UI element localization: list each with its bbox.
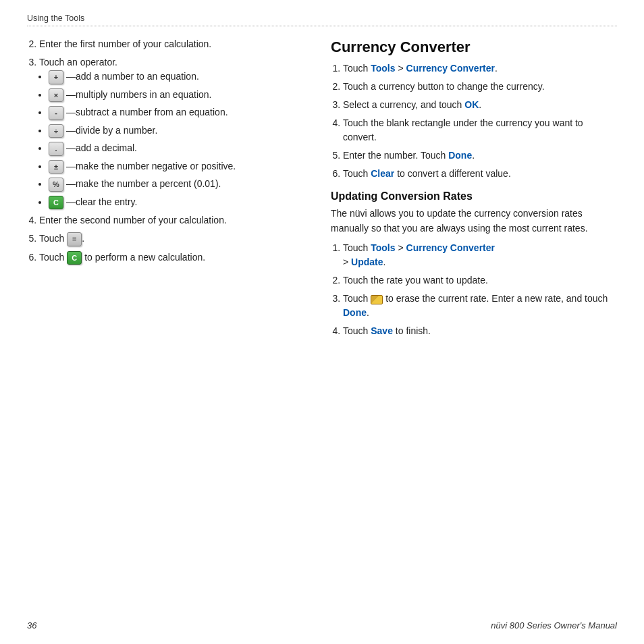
done-link: Done	[448, 150, 472, 161]
percent-button: %	[49, 178, 63, 192]
list-item: Touch the rate you want to update.	[343, 273, 617, 288]
operator-item: C —clear the entry.	[49, 195, 311, 210]
manual-title: nüvi 800 Series Owner's Manual	[491, 620, 617, 630]
operator-item: ± —make the number negative or positive.	[49, 159, 311, 174]
currency-converter-steps: Touch Tools > Currency Converter. Touch …	[343, 61, 617, 181]
list-item: Enter the number. Touch Done.	[343, 149, 617, 163]
page-container: Using the Tools Enter the first number o…	[0, 0, 644, 644]
two-column-layout: Enter the first number of your calculati…	[27, 37, 617, 345]
tools-link: Tools	[371, 63, 395, 74]
page-number: 36	[27, 620, 36, 630]
save-link: Save	[371, 325, 393, 336]
list-item: Touch =.	[39, 232, 311, 246]
list-item: Touch a currency button to change the cu…	[343, 80, 617, 94]
left-column: Enter the first number of your calculati…	[27, 37, 311, 345]
operator-item: + —add a number to an equation.	[49, 70, 311, 84]
clear-button-2: C	[67, 251, 82, 265]
operator-item: % —make the number a percent (0.01).	[49, 177, 311, 192]
list-item: Touch Tools > Currency Converter > Updat…	[343, 241, 617, 269]
list-item: Enter the first number of your calculati…	[39, 37, 311, 51]
update-link: Update	[351, 257, 383, 267]
list-item: Touch Tools > Currency Converter.	[343, 61, 617, 76]
left-list: Enter the first number of your calculati…	[39, 37, 311, 265]
equals-button: =	[67, 232, 82, 246]
list-item: Touch to erase the current rate. Enter a…	[343, 292, 617, 320]
done-link-2: Done	[343, 307, 367, 318]
plusminus-button: ±	[49, 160, 63, 174]
operator-list: + —add a number to an equation. × —multi…	[49, 70, 311, 209]
clear-link: Clear	[371, 168, 394, 179]
page-header: Using the Tools	[27, 12, 617, 26]
decimal-button: .	[49, 142, 63, 156]
operator-item: - —subtract a number from an equation.	[49, 105, 311, 120]
list-item: Enter the second number of your calculat…	[39, 213, 311, 227]
list-item: Touch C to perform a new calculation.	[39, 250, 311, 265]
list-item: Touch Save to finish.	[343, 324, 617, 338]
tools-link-2: Tools	[371, 242, 395, 253]
operator-item: . —add a decimal.	[49, 141, 311, 156]
breadcrumb: Using the Tools	[27, 14, 84, 23]
ok-link: OK	[464, 99, 479, 110]
operator-item: ÷ —divide by a number.	[49, 124, 311, 138]
subtract-button: -	[49, 106, 63, 120]
divide-button: ÷	[49, 124, 63, 138]
updating-conversion-rates-heading: Updating Conversion Rates	[331, 190, 617, 203]
eraser-icon	[371, 295, 383, 304]
updating-body-text: The nüvi allows you to update the curren…	[331, 207, 617, 236]
list-item: Touch the blank rectangle under the curr…	[343, 116, 617, 144]
plus-button: +	[49, 70, 63, 84]
right-column: Currency Converter Touch Tools > Currenc…	[331, 37, 617, 345]
currency-converter-heading: Currency Converter	[331, 38, 617, 56]
list-item: Touch an operator. + —add a number to an…	[39, 55, 311, 209]
updating-steps: Touch Tools > Currency Converter > Updat…	[343, 241, 617, 338]
currency-converter-link-2: Currency Converter	[406, 242, 495, 253]
currency-converter-link: Currency Converter	[406, 63, 495, 74]
operator-item: × —multiply numbers in an equation.	[49, 88, 311, 103]
list-item: Touch Clear to convert a different value…	[343, 167, 617, 181]
multiply-button: ×	[49, 88, 63, 103]
page-footer: 36 nüvi 800 Series Owner's Manual	[27, 620, 617, 630]
list-item: Select a currency, and touch OK.	[343, 98, 617, 112]
clear-button: C	[49, 196, 63, 210]
